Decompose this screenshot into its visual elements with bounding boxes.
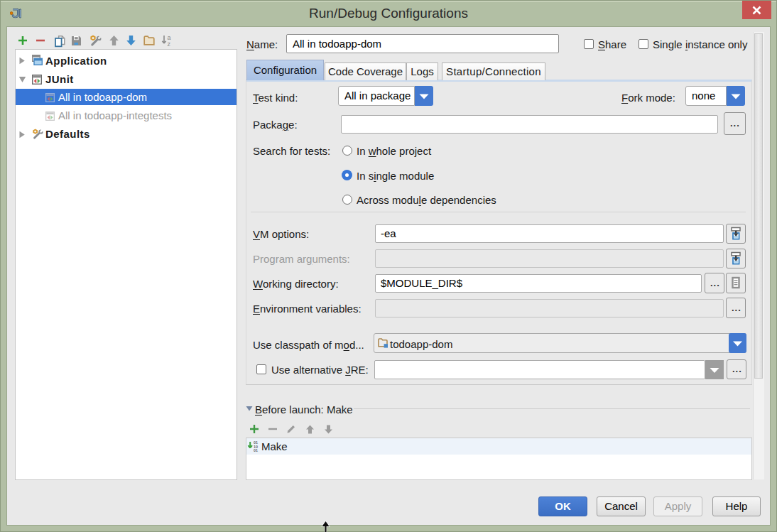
svg-text:01: 01	[254, 448, 258, 452]
svg-text:z: z	[168, 40, 171, 47]
